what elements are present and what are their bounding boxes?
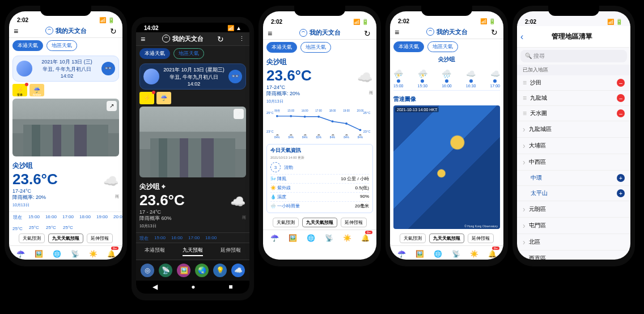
share-icon[interactable] [234, 109, 244, 119]
district-row[interactable]: 大埔區 [517, 138, 630, 154]
tb-uv-icon[interactable]: ☀️ [87, 248, 99, 260]
tb-forecast-icon[interactable]: ☂️ [269, 232, 280, 244]
seg-forecast[interactable]: 天氣預測 [400, 234, 426, 243]
added-location-row[interactable]: 九龍城 [517, 91, 630, 106]
tb-notif-icon[interactable]: 🔔9+ [486, 248, 498, 260]
add-icon[interactable] [617, 189, 625, 197]
webcam-image[interactable] [12, 99, 119, 157]
atab-9day[interactable]: 九天預報 [183, 247, 203, 256]
tb-image-icon[interactable]: 🖼️ [177, 264, 190, 277]
menu-icon[interactable] [14, 27, 22, 35]
remove-icon[interactable] [617, 94, 625, 102]
add-icon[interactable] [617, 174, 625, 182]
location-name[interactable]: 尖沙咀 [9, 159, 122, 171]
location-name[interactable]: 尖沙咀 [139, 183, 160, 190]
location-name[interactable]: 尖沙咀 [263, 55, 376, 67]
hourly-temp-chart[interactable]: 25°C 23°C 25°C 23°C 現在15:0016:00 17:0018… [266, 108, 373, 139]
tab-regional-weather[interactable]: 地區天氣 [173, 48, 204, 59]
tb-notif-icon[interactable]: 🔔9+ [105, 248, 117, 260]
refresh-icon[interactable] [217, 35, 225, 43]
location-name[interactable]: 尖沙咀 [438, 56, 455, 62]
tb-radar-icon[interactable]: 🌐 [305, 232, 316, 244]
seg-forecast[interactable]: 天氣預測 [273, 218, 299, 227]
tab-local-weather[interactable]: 本港天氣 [266, 42, 297, 53]
forecast-segment[interactable]: 天氣預測 九天天氣預報 延伸預報 [9, 231, 122, 245]
thunderstorm-warning-icon[interactable]: 雷暴 [12, 84, 27, 96]
tb-forecast-icon[interactable]: ☂️ [396, 248, 407, 260]
tb-satellite-icon[interactable]: 📡 [450, 248, 461, 260]
sub-location-row[interactable]: 太平山 [517, 186, 630, 201]
forecast-segment[interactable]: 天氣預測 九天天氣預報 延伸預報 [263, 215, 376, 230]
amber-rain-warning-icon[interactable]: Amber [29, 84, 44, 96]
menu-icon[interactable] [395, 28, 402, 36]
tb-tips-icon[interactable]: 💡 [213, 264, 227, 277]
refresh-icon[interactable] [110, 27, 118, 35]
district-row[interactable]: 西貢區 [517, 251, 630, 260]
drag-handle-icon[interactable] [523, 94, 527, 102]
forecast-segment[interactable]: 天氣預測 九天天氣預報 延伸預報 [390, 231, 503, 245]
tab-local-weather[interactable]: 本港天氣 [393, 41, 424, 52]
share-icon[interactable] [107, 101, 117, 111]
seg-extended[interactable]: 延伸預報 [341, 218, 367, 227]
atab-extended[interactable]: 延伸預報 [221, 247, 241, 256]
remove-icon[interactable] [617, 79, 625, 87]
overflow-icon[interactable]: ⋮ [239, 35, 245, 43]
android-nav-bar[interactable]: ◀ ● ■ [136, 281, 249, 294]
tb-image-icon[interactable]: 🖼️ [287, 232, 298, 244]
binoculars-icon[interactable] [228, 70, 242, 83]
tab-regional-weather[interactable]: 地區天氣 [46, 40, 77, 51]
nav-back-icon[interactable]: ◀ [152, 283, 158, 291]
district-row[interactable]: 元朗區 [517, 201, 630, 218]
district-row[interactable]: 屯門區 [517, 218, 630, 234]
tb-satellite-icon[interactable]: 📡 [159, 264, 172, 277]
tb-globe-icon[interactable]: 🌏 [195, 264, 209, 277]
seg-extended[interactable]: 延伸預報 [87, 234, 113, 243]
tb-radar-icon[interactable]: ◎ [141, 264, 154, 277]
tb-uv-icon[interactable]: ☀️ [468, 248, 480, 260]
search-input[interactable]: 搜尋 [520, 50, 627, 62]
seg-extended[interactable]: 延伸預報 [468, 234, 494, 243]
nav-home-icon[interactable]: ● [191, 283, 195, 291]
hourly-scroll[interactable]: 現在 15:00 16:00 17:00 18:00 [136, 232, 249, 243]
seg-9day[interactable]: 九天天氣預報 [48, 234, 83, 243]
tb-radar-icon[interactable]: 🌐 [51, 248, 62, 260]
added-location-row[interactable]: 天水圍 [517, 106, 630, 121]
drag-handle-icon[interactable] [523, 109, 527, 117]
tb-uv-icon[interactable]: ☀️ [341, 232, 353, 244]
seg-9day[interactable]: 九天天氣預報 [302, 218, 337, 227]
drag-handle-icon[interactable] [523, 79, 527, 87]
tb-notif-icon[interactable]: 🔔9+ [359, 232, 371, 244]
district-row[interactable]: 九龍城區 [517, 121, 630, 138]
seg-9day[interactable]: 九天天氣預報 [429, 234, 464, 243]
tb-satellite-icon[interactable]: 📡 [323, 232, 334, 244]
remove-icon[interactable] [617, 109, 625, 117]
district-row[interactable]: 北區 [517, 234, 630, 251]
tb-image-icon[interactable]: 🖼️ [414, 248, 425, 260]
amber-rain-warning-icon[interactable] [156, 92, 171, 104]
radar-image[interactable]: 2021-10-13 14:00 HKT © Hong Kong Observa… [393, 105, 500, 229]
date-bubble[interactable]: 2021年 10月 13日 (三) 辛丑, 牛年九月初八日 14:02 [12, 56, 119, 82]
menu-icon[interactable] [268, 29, 276, 37]
tb-satellite-icon[interactable]: 📡 [69, 248, 80, 260]
added-location-row[interactable]: 沙田 [517, 75, 630, 91]
sub-location-row[interactable]: 中環 [517, 171, 630, 186]
seg-forecast[interactable]: 天氣預測 [19, 234, 45, 243]
webcam-image[interactable] [139, 107, 246, 177]
tab-local-weather[interactable]: 本港天氣 [12, 40, 43, 51]
nav-recent-icon[interactable]: ■ [228, 283, 232, 291]
tab-local-weather[interactable]: 本港天氣 [139, 48, 170, 59]
refresh-icon[interactable] [364, 29, 372, 37]
tb-image-icon[interactable]: 🖼️ [33, 248, 44, 260]
thunderstorm-warning-icon[interactable] [139, 92, 154, 104]
tb-radar-icon[interactable]: 🌐 [432, 248, 443, 260]
menu-icon[interactable] [141, 35, 149, 43]
tb-cloud-icon[interactable]: ☁️ [231, 264, 245, 277]
district-row[interactable]: 中西區 [517, 154, 630, 171]
atab-local[interactable]: 本港預報 [145, 247, 165, 256]
tab-regional-weather[interactable]: 地區天氣 [427, 41, 458, 52]
tb-forecast-icon[interactable]: ☂️ [15, 248, 26, 260]
tab-regional-weather[interactable]: 地區天氣 [300, 42, 331, 53]
refresh-icon[interactable] [491, 28, 499, 36]
binoculars-icon[interactable] [101, 62, 115, 75]
date-bubble[interactable]: 2021年 10月 13日 (星期三) 辛丑, 牛年九月初八日 14:02 [139, 63, 246, 90]
